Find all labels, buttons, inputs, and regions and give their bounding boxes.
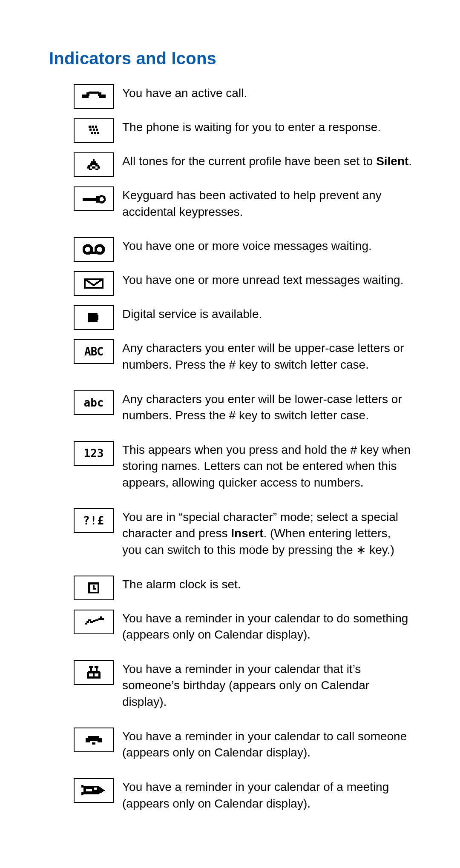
list-item: You have one or more voice messages wait… bbox=[74, 237, 413, 262]
svg-rect-43 bbox=[95, 619, 98, 621]
list-item-text: All tones for the current profile have b… bbox=[122, 152, 412, 170]
list-item-text: You have a reminder in your calendar to … bbox=[122, 610, 413, 643]
section-title: Indicators and Icons bbox=[49, 49, 413, 68]
list-item-text: Keyguard has been activated to help prev… bbox=[122, 186, 413, 220]
silent-profile-icon bbox=[74, 152, 114, 177]
svg-rect-49 bbox=[88, 670, 100, 673]
svg-rect-5 bbox=[89, 126, 91, 128]
list-item: The alarm clock is set. bbox=[74, 576, 413, 600]
list-item-text: You are in “special character” mode; sel… bbox=[122, 508, 413, 559]
unread-message-icon bbox=[74, 271, 114, 296]
list-item: All tones for the current profile have b… bbox=[74, 152, 413, 177]
list-item-text: You have a reminder in your calendar to … bbox=[122, 728, 413, 761]
calendar-meeting-icon bbox=[74, 778, 114, 803]
list-item-text: You have a reminder in your calendar tha… bbox=[122, 660, 413, 710]
svg-rect-10 bbox=[96, 129, 98, 131]
svg-rect-48 bbox=[93, 673, 95, 677]
svg-rect-46 bbox=[102, 618, 104, 620]
voicemail-icon bbox=[74, 237, 114, 262]
numeric-mode-icon: 123 bbox=[74, 441, 114, 466]
digital-service-icon bbox=[74, 305, 114, 330]
alarm-clock-icon bbox=[74, 576, 114, 600]
svg-rect-23 bbox=[95, 169, 98, 170]
list-item: You have a reminder in your calendar to … bbox=[74, 610, 413, 643]
svg-rect-51 bbox=[96, 668, 98, 671]
svg-rect-58 bbox=[92, 742, 96, 744]
svg-rect-16 bbox=[90, 163, 98, 165]
svg-rect-44 bbox=[98, 618, 102, 620]
list-item: You have a reminder in your calendar of … bbox=[74, 778, 413, 812]
svg-rect-29 bbox=[88, 252, 100, 254]
svg-rect-42 bbox=[93, 620, 95, 622]
svg-rect-4 bbox=[89, 92, 99, 94]
list-item: You have one or more unread text message… bbox=[74, 271, 413, 296]
list-item-text: This appears when you press and hold the… bbox=[122, 441, 413, 491]
list-item: Digital service is available. bbox=[74, 305, 413, 330]
lowercase-mode-icon: abc bbox=[74, 390, 114, 415]
list-item-text: The phone is waiting for you to enter a … bbox=[122, 118, 381, 136]
svg-rect-32 bbox=[95, 315, 98, 321]
keyguard-icon bbox=[74, 186, 114, 211]
list-item: You have a reminder in your calendar to … bbox=[74, 728, 413, 761]
svg-rect-19 bbox=[87, 166, 90, 168]
svg-rect-9 bbox=[93, 129, 95, 131]
svg-rect-37 bbox=[93, 588, 97, 590]
svg-rect-24 bbox=[83, 198, 98, 201]
svg-rect-34 bbox=[94, 321, 98, 322]
list-item: You have an active call. bbox=[74, 84, 413, 109]
list-item-text: You have one or more voice messages wait… bbox=[122, 237, 372, 255]
svg-rect-50 bbox=[90, 668, 92, 671]
special-char-mode-icon: ?!£ bbox=[74, 508, 114, 533]
svg-rect-14 bbox=[93, 159, 95, 161]
svg-rect-45 bbox=[100, 616, 102, 618]
svg-rect-41 bbox=[90, 621, 92, 622]
list-item: ?!£ You are in “special character” mode;… bbox=[74, 508, 413, 559]
svg-rect-38 bbox=[85, 623, 87, 625]
svg-rect-33 bbox=[94, 313, 98, 315]
svg-rect-61 bbox=[94, 788, 97, 789]
list-item: 123 This appears when you press and hold… bbox=[74, 441, 413, 491]
svg-rect-53 bbox=[95, 666, 98, 668]
svg-rect-11 bbox=[91, 132, 93, 134]
calendar-birthday-icon bbox=[74, 660, 114, 685]
svg-rect-39 bbox=[86, 621, 89, 622]
list-item: Keyguard has been activated to help prev… bbox=[74, 186, 413, 220]
calendar-call-icon bbox=[74, 728, 114, 752]
svg-rect-57 bbox=[90, 739, 97, 740]
calendar-reminder-icon bbox=[74, 610, 114, 634]
svg-marker-62 bbox=[98, 786, 105, 794]
list-item-text: The alarm clock is set. bbox=[122, 576, 241, 593]
svg-rect-56 bbox=[88, 736, 99, 739]
icon-list: You have an active call. The phone is wa… bbox=[49, 84, 413, 812]
svg-rect-6 bbox=[92, 126, 94, 128]
svg-rect-52 bbox=[89, 666, 93, 668]
uppercase-mode-icon: ABC bbox=[74, 339, 114, 364]
svg-rect-20 bbox=[92, 166, 96, 168]
svg-rect-8 bbox=[89, 129, 92, 131]
svg-point-26 bbox=[98, 196, 105, 203]
list-item-text: You have an active call. bbox=[122, 84, 247, 102]
list-item: abc Any characters you enter will be low… bbox=[74, 390, 413, 424]
list-item-text: Any characters you enter will be upper-c… bbox=[122, 339, 413, 373]
svg-rect-15 bbox=[91, 161, 97, 163]
active-call-icon bbox=[74, 84, 114, 109]
svg-rect-60 bbox=[86, 788, 92, 791]
list-item-text: Any characters you enter will be lower-c… bbox=[122, 390, 413, 424]
svg-rect-13 bbox=[97, 132, 99, 134]
svg-rect-18 bbox=[95, 165, 99, 166]
list-item-text: You have a reminder in your calendar of … bbox=[122, 778, 413, 812]
svg-rect-7 bbox=[95, 126, 97, 128]
list-item: The phone is waiting for you to enter a … bbox=[74, 118, 413, 143]
list-item-text: Digital service is available. bbox=[122, 305, 262, 323]
svg-rect-40 bbox=[88, 619, 91, 621]
svg-rect-21 bbox=[98, 166, 100, 168]
svg-rect-63 bbox=[81, 785, 83, 788]
waiting-response-icon bbox=[74, 118, 114, 143]
svg-rect-22 bbox=[89, 169, 92, 170]
page: Indicators and Icons You have an active … bbox=[0, 0, 460, 868]
list-item-text: You have one or more unread text message… bbox=[122, 271, 403, 289]
list-item: You have a reminder in your calendar tha… bbox=[74, 660, 413, 710]
svg-rect-12 bbox=[94, 132, 96, 134]
svg-rect-64 bbox=[81, 792, 83, 795]
list-item: ABC Any characters you enter will be upp… bbox=[74, 339, 413, 373]
